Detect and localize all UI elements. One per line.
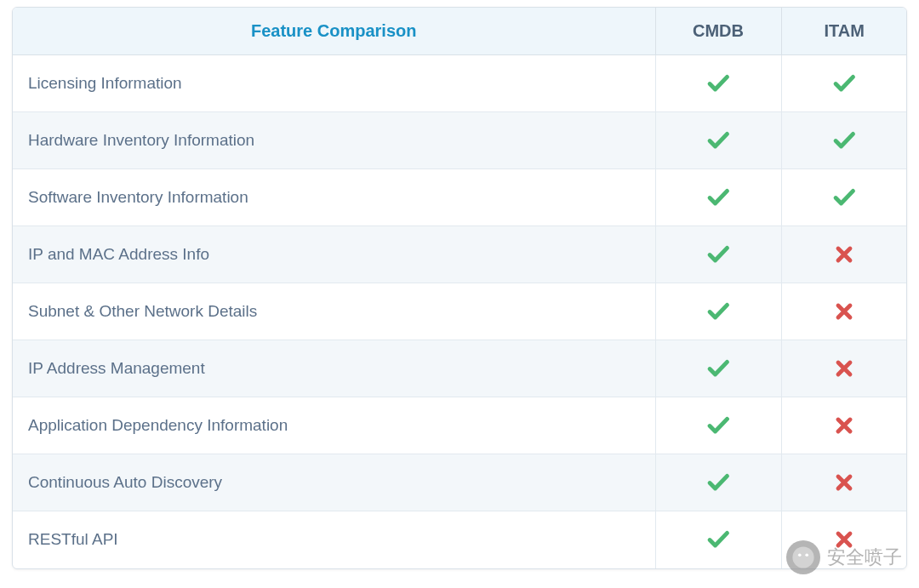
check-icon bbox=[706, 186, 730, 209]
cmdb-cell bbox=[655, 112, 781, 169]
comparison-table: Feature Comparison CMDB ITAM Licensing I… bbox=[12, 7, 907, 569]
itam-cell bbox=[781, 340, 907, 397]
cross-icon bbox=[832, 300, 856, 323]
itam-cell bbox=[781, 226, 907, 283]
cmdb-cell bbox=[655, 169, 781, 226]
table-row: Subnet & Other Network Details bbox=[13, 283, 907, 340]
itam-cell bbox=[781, 454, 907, 511]
check-icon bbox=[706, 528, 730, 551]
feature-cell: Software Inventory Information bbox=[13, 169, 655, 226]
check-icon bbox=[832, 71, 856, 95]
itam-cell bbox=[781, 55, 907, 112]
table-row: Continuous Auto Discovery bbox=[13, 454, 907, 511]
header-cmdb: CMDB bbox=[655, 8, 781, 55]
cmdb-cell bbox=[655, 283, 781, 340]
cross-icon bbox=[832, 414, 856, 437]
table-header-row: Feature Comparison CMDB ITAM bbox=[13, 8, 907, 55]
feature-cell: RESTful API bbox=[13, 511, 655, 568]
check-icon bbox=[706, 300, 730, 323]
cross-icon bbox=[832, 357, 856, 380]
cross-icon bbox=[832, 471, 856, 494]
feature-cell: Licensing Information bbox=[13, 55, 655, 112]
table-row: Software Inventory Information bbox=[13, 169, 907, 226]
cross-icon bbox=[832, 528, 856, 551]
check-icon bbox=[832, 128, 856, 152]
itam-cell bbox=[781, 283, 907, 340]
itam-cell bbox=[781, 169, 907, 226]
cmdb-cell bbox=[655, 511, 781, 568]
feature-cell: Application Dependency Information bbox=[13, 397, 655, 454]
cmdb-cell bbox=[655, 226, 781, 283]
cmdb-cell bbox=[655, 55, 781, 112]
check-icon bbox=[706, 243, 730, 266]
check-icon bbox=[706, 128, 730, 152]
feature-cell: Subnet & Other Network Details bbox=[13, 283, 655, 340]
itam-cell bbox=[781, 397, 907, 454]
check-icon bbox=[706, 471, 730, 494]
check-icon bbox=[706, 71, 730, 95]
cmdb-cell bbox=[655, 340, 781, 397]
check-icon bbox=[832, 186, 856, 209]
check-icon bbox=[706, 357, 730, 380]
feature-cell: Continuous Auto Discovery bbox=[13, 454, 655, 511]
table-row: RESTful API bbox=[13, 511, 907, 568]
header-itam: ITAM bbox=[781, 8, 907, 55]
cmdb-cell bbox=[655, 397, 781, 454]
table-row: IP and MAC Address Info bbox=[13, 226, 907, 283]
table-row: Licensing Information bbox=[13, 55, 907, 112]
table-row: Hardware Inventory Information bbox=[13, 112, 907, 169]
feature-cell: IP and MAC Address Info bbox=[13, 226, 655, 283]
check-icon bbox=[706, 414, 730, 437]
cross-icon bbox=[832, 243, 856, 266]
itam-cell bbox=[781, 112, 907, 169]
table-row: Application Dependency Information bbox=[13, 397, 907, 454]
feature-cell: Hardware Inventory Information bbox=[13, 112, 655, 169]
feature-cell: IP Address Management bbox=[13, 340, 655, 397]
cmdb-cell bbox=[655, 454, 781, 511]
header-feature: Feature Comparison bbox=[13, 8, 655, 55]
itam-cell bbox=[781, 511, 907, 568]
table-row: IP Address Management bbox=[13, 340, 907, 397]
